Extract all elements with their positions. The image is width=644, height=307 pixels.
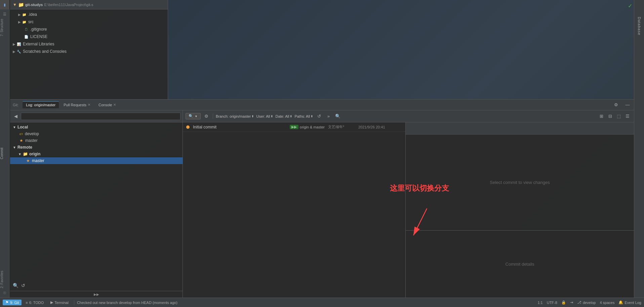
- nav-icon-bottom-1[interactable]: ☉: [0, 288, 9, 298]
- branch-name: develop: [583, 301, 596, 305]
- git-panel-header: Git: Log: origin/master Pull Requests ✕ …: [10, 100, 634, 110]
- gitignore-file-icon: 🗒: [24, 27, 29, 32]
- git-tab-console[interactable]: Console ✕: [95, 102, 119, 108]
- right-sidebar[interactable]: Database: [634, 0, 644, 307]
- date-filter-label: Date: All: [275, 114, 289, 118]
- ext-libs-icon: 📊: [16, 41, 22, 47]
- tree-item-gitignore[interactable]: 🗒 .gitignore: [10, 26, 168, 33]
- collapse-icon[interactable]: ▶▶: [94, 293, 99, 296]
- status-branch[interactable]: ⎇ develop: [577, 300, 596, 305]
- refresh-icon[interactable]: ↺: [315, 113, 323, 120]
- ext-libs-label: External Libraries: [23, 42, 54, 46]
- status-spaces[interactable]: 4 spaces: [600, 301, 614, 305]
- layout-icon-1[interactable]: ⊞: [598, 113, 605, 120]
- tree-item-idea[interactable]: ▶ 📁 .idea: [10, 11, 168, 18]
- local-label: Local: [17, 125, 28, 129]
- git-left-panel: ◀ ▼ Local 🏷 develop ★ master: [10, 110, 183, 298]
- origin-master-label: master: [32, 158, 44, 163]
- expand-arrow-ext: ▶: [13, 42, 15, 46]
- git-tab-pr-label: Pull Requests: [64, 103, 86, 107]
- expand-arrow-idea: ▶: [18, 13, 21, 16]
- git-panel-minimize[interactable]: —: [624, 101, 631, 109]
- origin-arrow: ▼: [18, 152, 22, 156]
- search-commits-icon[interactable]: 🔍: [334, 113, 341, 120]
- git-nav-back[interactable]: ◀: [12, 113, 19, 120]
- nav-label-commit[interactable]: Commit: [0, 148, 9, 159]
- status-lock[interactable]: 🔒: [561, 300, 566, 305]
- paths-filter[interactable]: Paths: All ⬍: [294, 114, 313, 118]
- origin-section-header[interactable]: ▼ 📁 origin: [10, 151, 183, 157]
- status-tab-terminal[interactable]: ▶ Terminal: [48, 300, 71, 305]
- git-detail-toolbar: [406, 122, 634, 135]
- position-label: 1:1: [537, 301, 542, 305]
- master-local-label: master: [25, 138, 38, 143]
- layout-icon-2[interactable]: ⊟: [606, 113, 614, 120]
- branch-filter[interactable]: Branch: origin/master ⬍: [216, 114, 254, 118]
- nav-label-structure[interactable]: 7: Structure: [0, 19, 9, 39]
- console-tab-close[interactable]: ✕: [113, 103, 116, 107]
- status-encoding[interactable]: UTF-8: [547, 301, 557, 305]
- nav-icon-1[interactable]: ▮: [0, 0, 9, 9]
- status-tab-git[interactable]: ⚑ 9: Git: [3, 300, 22, 305]
- remote-section-header[interactable]: ▼ Remote: [10, 144, 183, 151]
- git-tab-label: 9: Git: [10, 301, 19, 305]
- spaces-label: 4 spaces: [600, 301, 614, 305]
- origin-label: origin: [29, 152, 40, 156]
- status-event-log[interactable]: 🔔 Event Log: [618, 300, 641, 305]
- project-title: git-studys: [25, 3, 43, 7]
- layout-icon-4[interactable]: ☰: [624, 113, 631, 120]
- git-right-panel: 🔍 ▼ ⚙ Branch: origin/master ⬍ User: All …: [183, 110, 634, 298]
- tree-content: ▶ 📁 .idea ▶ 📁 src 🗒 .gitignore 📄 LICENSE…: [10, 9, 168, 56]
- license-file-icon: 📄: [24, 34, 29, 39]
- encoding-label: UTF-8: [547, 301, 557, 305]
- status-indent[interactable]: ⇥: [570, 300, 573, 305]
- status-position[interactable]: 1:1: [537, 301, 542, 305]
- develop-label: develop: [25, 131, 39, 136]
- git-panel-settings[interactable]: ⚙: [612, 101, 620, 109]
- commit-search-btn[interactable]: 🔍 ▼: [186, 113, 201, 119]
- refresh-branch-icon[interactable]: ↺: [21, 283, 25, 288]
- license-label: LICENSE: [30, 34, 47, 39]
- git-branch-search[interactable]: [21, 113, 180, 120]
- todo-tab-label: 6: TODO: [29, 301, 44, 305]
- branch-text: origin & master: [300, 125, 325, 129]
- date-filter[interactable]: Date: All ⬍: [275, 114, 292, 118]
- branch-item-develop[interactable]: 🏷 develop: [10, 130, 183, 137]
- project-icon: 📁: [18, 2, 24, 7]
- scratches-label: Scratches and Consoles: [23, 49, 67, 54]
- tree-item-src[interactable]: ▶ 📁 src: [10, 18, 168, 26]
- project-path: E:\beifen111\JavaProject\git-s: [44, 3, 93, 7]
- tree-item-license[interactable]: 📄 LICENSE: [10, 33, 168, 40]
- git-tab-icon: ⚑: [5, 300, 9, 305]
- layout-icon-3[interactable]: ⬚: [615, 113, 622, 120]
- nav-icon-2[interactable]: ☰: [0, 9, 9, 19]
- user-filter[interactable]: User: All ⬍: [256, 114, 273, 118]
- git-tab-log[interactable]: Log: origin/master: [23, 101, 59, 108]
- gitignore-label: .gitignore: [30, 27, 47, 32]
- nav-label-favorites[interactable]: 2: Favorites: [0, 268, 9, 288]
- branch-item-origin-master[interactable]: ★ master: [10, 157, 183, 164]
- local-section-header[interactable]: ▼ Local: [10, 124, 183, 130]
- database-tab-label[interactable]: Database: [637, 17, 641, 35]
- status-tab-todo[interactable]: ≡ 6: TODO: [23, 300, 46, 305]
- expand-arrow-src: ▶: [18, 20, 21, 24]
- git-label: Git:: [13, 103, 18, 107]
- tree-item-scratches[interactable]: ▶ 🔧 Scratches and Consoles: [10, 48, 168, 55]
- search-dropdown-arrow: ▼: [195, 115, 198, 118]
- lock-icon: 🔒: [561, 300, 566, 305]
- todo-tab-icon: ≡: [26, 301, 28, 305]
- more-icon[interactable]: »: [325, 113, 332, 120]
- event-log-label: Event Log: [625, 301, 641, 305]
- settings-icon-right[interactable]: ⚙: [203, 113, 210, 120]
- tree-item-external-libs[interactable]: ▶ 📊 External Libraries: [10, 40, 168, 48]
- commit-item-0[interactable]: Initial commit ▶▶ origin & master 文艺倾年* …: [183, 122, 405, 132]
- remote-arrow: ▼: [13, 146, 16, 149]
- branch-item-master-local[interactable]: ★ master: [10, 137, 183, 144]
- terminal-tab-icon: ▶: [50, 300, 53, 305]
- src-folder-icon: 📁: [22, 19, 27, 25]
- git-tab-pullrequests[interactable]: Pull Requests ✕: [60, 102, 94, 108]
- pr-tab-close[interactable]: ✕: [88, 103, 90, 107]
- search-branch-icon[interactable]: 🔍: [13, 283, 18, 288]
- right-action-icons: ⊞ ⊟ ⬚ ☰: [598, 113, 631, 120]
- commit-and-detail: Initial commit ▶▶ origin & master 文艺倾年* …: [183, 122, 634, 298]
